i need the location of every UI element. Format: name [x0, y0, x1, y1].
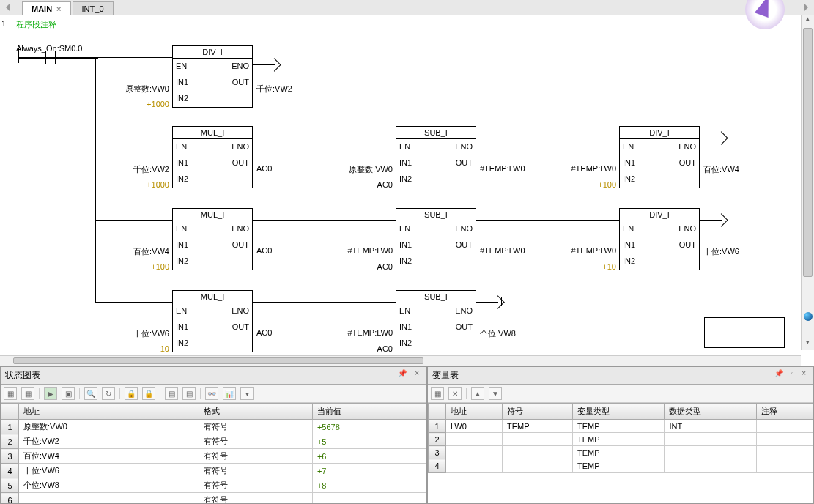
refresh-icon[interactable]: ↻ [102, 387, 115, 400]
bottom-panels: 状态图表 📌 × ▦ ▦ ▶ ▣ 🔍 ↻ 🔒 🔓 ▤ ▤ 👓 📊 ▾ [0, 366, 814, 504]
block-div3[interactable]: DIV_I ENENO IN1OUT IN2 [619, 208, 700, 270]
variable-table-panel: 变量表 📌 ▫ × ▦ ✕ ▲ ▼ 地址 符号 变量类型 数据类型 注释 1LW… [427, 366, 814, 504]
chart-icon[interactable]: 📊 [223, 387, 236, 400]
col-address[interactable]: 地址 [19, 404, 199, 420]
block-title: MUL_I [173, 209, 252, 221]
horizontal-scrollbar[interactable] [0, 355, 801, 366]
block-div1[interactable]: DIV_I ENENO IN1OUT IN2 [172, 45, 253, 108]
contact-symbol[interactable] [40, 51, 61, 64]
table-row[interactable]: 5个位:VW8有符号+8 [1, 478, 426, 493]
table-row[interactable]: 4TEMP [429, 459, 813, 472]
empty-block[interactable] [704, 317, 785, 348]
block-sub1[interactable]: SUB_I ENENO IN1OUT IN2 [396, 126, 476, 188]
col-comment[interactable]: 注释 [756, 404, 813, 420]
scroll-marker-icon[interactable] [804, 312, 813, 321]
table-row[interactable]: 2TEMP [429, 433, 813, 446]
block-title: SUB_I [396, 209, 476, 221]
panel-header[interactable]: 状态图表 📌 × [1, 367, 426, 385]
move-down-icon[interactable]: ▼ [489, 387, 502, 400]
col-format[interactable]: 格式 [199, 404, 312, 420]
search-icon[interactable]: 🔍 [84, 387, 97, 400]
panel-controls[interactable]: 📌 × [398, 369, 422, 382]
var-toolbar: ▦ ✕ ▲ ▼ [428, 385, 813, 403]
stop-icon[interactable]: ▣ [62, 387, 75, 400]
col-datatype[interactable]: 数据类型 [665, 404, 756, 420]
table-row[interactable]: 4十位:VW6有符号+7 [1, 464, 426, 478]
scroll-up-icon[interactable]: ▴ [802, 15, 814, 26]
lock-icon[interactable]: 🔒 [125, 387, 138, 400]
col-symbol[interactable]: 符号 [503, 404, 573, 420]
table-row[interactable]: 3百位:VW4有符号+6 [1, 449, 426, 464]
block-sub3[interactable]: SUB_I ENENO IN1OUT IN2 [396, 290, 476, 352]
block-title: SUB_I [396, 291, 476, 303]
delete-row-icon[interactable]: ▤ [182, 387, 196, 400]
block-title: DIV_I [620, 127, 699, 139]
close-icon[interactable]: × [56, 4, 61, 13]
remove-icon[interactable]: ✕ [448, 387, 462, 400]
block-title: DIV_I [173, 46, 252, 59]
block-title: MUL_I [173, 291, 252, 303]
block-title: SUB_I [396, 127, 476, 139]
block-mul3[interactable]: MUL_I ENENO IN1OUT IN2 [172, 290, 253, 352]
dropdown-icon[interactable]: ▾ [240, 387, 254, 400]
panel-header[interactable]: 变量表 📌 ▫ × [428, 367, 813, 385]
col-vartype[interactable]: 变量类型 [572, 404, 664, 420]
variable-grid[interactable]: 地址 符号 变量类型 数据类型 注释 1LW0TEMPTEMPINT 2TEMP… [428, 403, 813, 503]
move-up-icon[interactable]: ▲ [471, 387, 484, 400]
panel-title: 变量表 [432, 369, 459, 382]
block-div2[interactable]: DIV_I ENENO IN1OUT IN2 [619, 126, 700, 188]
network-comment[interactable]: 程序段注释 [16, 19, 56, 30]
block-mul1[interactable]: MUL_I ENENO IN1OUT IN2 [172, 126, 253, 188]
panel-title: 状态图表 [5, 369, 40, 382]
table-row[interactable]: 3TEMP [429, 446, 813, 459]
table-row[interactable]: 1LW0TEMPTEMPINT [429, 420, 813, 433]
table-row[interactable]: 6有符号 [1, 493, 426, 504]
panel-controls[interactable]: 📌 ▫ × [774, 369, 809, 382]
tab-label: INT_0 [82, 4, 104, 13]
col-address[interactable]: 地址 [446, 404, 503, 420]
status-toolbar: ▦ ▦ ▶ ▣ 🔍 ↻ 🔒 🔓 ▤ ▤ 👓 📊 ▾ [1, 385, 426, 403]
table-row[interactable]: 2千位:VW2有符号+5 [1, 434, 426, 449]
block-mul2[interactable]: MUL_I ENENO IN1OUT IN2 [172, 208, 253, 270]
tab-main[interactable]: MAIN× [22, 1, 71, 15]
block-title: MUL_I [173, 127, 252, 139]
tab-bar: MAIN× INT_0 [0, 0, 814, 15]
block-title: DIV_I [620, 209, 699, 221]
insert-row-icon[interactable]: ▤ [165, 387, 178, 400]
scroll-down-icon[interactable]: ▾ [802, 338, 814, 350]
monitor-icon[interactable]: ▶ [44, 387, 57, 400]
table-row[interactable]: 1原整数:VW0有符号+5678 [1, 420, 426, 434]
tab-int0[interactable]: INT_0 [73, 1, 114, 15]
delete-icon[interactable]: ▦ [21, 387, 34, 400]
col-value[interactable]: 当前值 [312, 404, 426, 420]
status-chart-panel: 状态图表 📌 × ▦ ▦ ▶ ▣ 🔍 ↻ 🔒 🔓 ▤ ▤ 👓 📊 ▾ [0, 366, 427, 504]
add-icon[interactable]: ▦ [431, 387, 444, 400]
vertical-scrollbar[interactable]: ▴ ▾ [801, 15, 814, 350]
status-grid[interactable]: 地址 格式 当前值 1原整数:VW0有符号+5678 2千位:VW2有符号+5 … [1, 403, 426, 503]
network-number: 1 [1, 19, 6, 28]
block-sub2[interactable]: SUB_I ENENO IN1OUT IN2 [396, 208, 476, 270]
new-icon[interactable]: ▦ [4, 387, 17, 400]
tab-label: MAIN [32, 4, 52, 13]
ladder-editor[interactable]: 1 程序段注释 Always_On:SM0.0 DIV_I ENENO IN1O… [0, 15, 814, 366]
binoculars-icon[interactable]: 👓 [205, 387, 218, 400]
unlock-icon[interactable]: 🔓 [142, 387, 155, 400]
